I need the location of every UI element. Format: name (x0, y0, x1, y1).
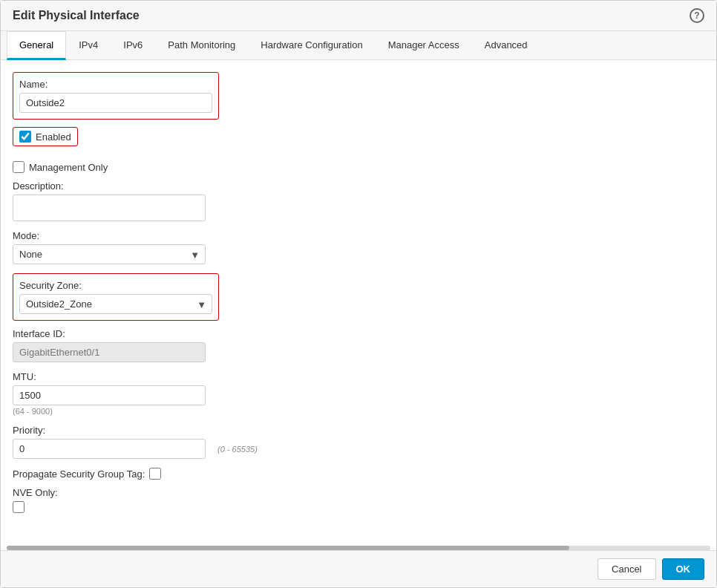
enabled-checkbox[interactable] (19, 131, 31, 143)
mtu-label: MTU: (13, 371, 704, 382)
description-group: Description: (13, 180, 704, 221)
tab-content-general: Name: Enabled Management Only Descriptio… (1, 60, 716, 546)
security-zone-group-highlighted: Security Zone: Outside2_Zone Inside_Zone… (13, 273, 219, 321)
name-label: Name: (19, 79, 212, 90)
tab-bar: General IPv4 IPv6 Path Monitoring Hardwa… (1, 31, 716, 60)
mode-label: Mode: (13, 230, 704, 241)
mode-group: Mode: None Passive Inline Tap Inline Set… (13, 230, 704, 264)
tab-hardware-configuration[interactable]: Hardware Configuration (248, 31, 375, 60)
mtu-group: MTU: (64 - 9000) (13, 371, 704, 416)
dialog-title: Edit Physical Interface (13, 9, 140, 22)
security-zone-select-wrapper: Outside2_Zone Inside_Zone DMZ_Zone ▼ (19, 294, 212, 314)
mtu-input[interactable] (13, 385, 206, 405)
enabled-group-highlighted: Enabled (13, 127, 78, 146)
edit-physical-interface-dialog: Edit Physical Interface ? General IPv4 I… (0, 0, 717, 588)
interface-id-input (13, 342, 206, 362)
priority-label: Priority: (13, 425, 704, 436)
priority-hint: (0 - 65535) (217, 445, 258, 454)
nve-only-checkbox[interactable] (13, 501, 24, 513)
management-only-row: Management Only (13, 161, 704, 173)
tab-ipv4[interactable]: IPv4 (66, 31, 111, 60)
mode-select-wrapper: None Passive Inline Tap Inline Set Erspa… (13, 244, 206, 264)
description-label: Description: (13, 180, 704, 192)
help-icon[interactable]: ? (690, 8, 704, 23)
priority-group: Priority: (0 - 65535) (13, 425, 704, 459)
description-input[interactable] (13, 195, 206, 221)
tab-general[interactable]: General (7, 31, 66, 60)
name-group-highlighted: Name: (13, 72, 219, 120)
name-input[interactable] (19, 93, 212, 113)
tab-advanced[interactable]: Advanced (472, 31, 540, 60)
propagate-sgt-row: Propagate Security Group Tag: (13, 468, 704, 480)
management-only-label[interactable]: Management Only (29, 162, 108, 173)
nve-only-group: NVE Only: (13, 487, 704, 513)
tab-path-monitoring[interactable]: Path Monitoring (155, 31, 248, 60)
propagate-sgt-checkbox[interactable] (149, 468, 161, 480)
mode-select[interactable]: None Passive Inline Tap Inline Set Erspa… (13, 244, 206, 264)
priority-row: (0 - 65535) (13, 439, 704, 459)
priority-input[interactable] (13, 439, 206, 459)
interface-id-group: Interface ID: (13, 328, 704, 362)
tab-ipv6[interactable]: IPv6 (111, 31, 155, 60)
security-zone-label: Security Zone: (19, 280, 212, 291)
dialog-footer: Cancel OK (1, 550, 716, 587)
nve-only-label: NVE Only: (13, 487, 704, 498)
propagate-sgt-label: Propagate Security Group Tag: (13, 468, 145, 480)
tab-manager-access[interactable]: Manager Access (376, 31, 472, 60)
ok-button[interactable]: OK (662, 558, 705, 580)
nve-only-checkbox-row (13, 501, 704, 513)
management-only-checkbox[interactable] (13, 161, 24, 173)
dialog-header: Edit Physical Interface ? (1, 1, 716, 31)
enabled-label[interactable]: Enabled (36, 131, 71, 143)
cancel-button[interactable]: Cancel (598, 558, 655, 580)
security-zone-select[interactable]: Outside2_Zone Inside_Zone DMZ_Zone (19, 294, 212, 314)
interface-id-label: Interface ID: (13, 328, 704, 339)
mtu-hint: (64 - 9000) (13, 407, 704, 416)
scrollbar-thumb (7, 546, 569, 550)
scrollbar[interactable] (7, 546, 710, 550)
